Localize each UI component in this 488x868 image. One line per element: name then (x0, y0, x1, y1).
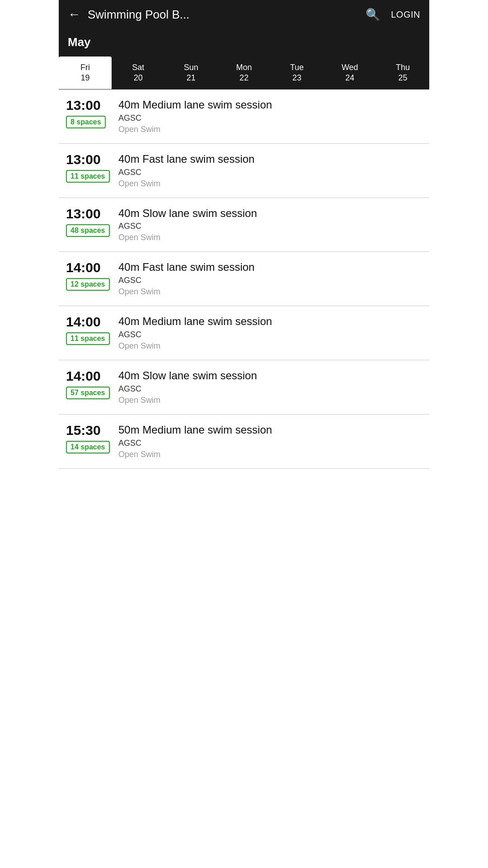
session-time-col: 14:0011 spaces (66, 315, 111, 345)
login-button[interactable]: LOGIN (391, 9, 420, 20)
session-venue: AGSC (118, 168, 422, 177)
session-time: 13:00 (66, 153, 101, 166)
calendar-day-tue[interactable]: Tue23 (271, 57, 324, 89)
session-name: 50m Medium lane swim session (118, 424, 422, 437)
session-venue: AGSC (118, 276, 422, 285)
session-info-col: 40m Fast lane swim sessionAGSCOpen Swim (118, 261, 422, 297)
session-item[interactable]: 14:0057 spaces40m Slow lane swim session… (59, 360, 429, 415)
session-item[interactable]: 14:0011 spaces40m Medium lane swim sessi… (59, 306, 429, 360)
session-time: 15:30 (66, 424, 101, 437)
calendar-day-thu[interactable]: Thu25 (376, 57, 429, 89)
day-name: Sun (184, 63, 198, 72)
app-header: ← Swimming Pool B... 🔍 LOGIN (59, 0, 429, 29)
session-name: 40m Slow lane swim session (118, 369, 422, 382)
session-item[interactable]: 15:3014 spaces50m Medium lane swim sessi… (59, 415, 429, 469)
spaces-badge: 12 spaces (66, 278, 110, 291)
calendar-day-mon[interactable]: Mon22 (217, 57, 270, 89)
sessions-list: 13:008 spaces40m Medium lane swim sessio… (59, 90, 429, 469)
day-number: 24 (345, 73, 354, 83)
session-time-col: 13:0048 spaces (66, 207, 111, 237)
spaces-badge: 14 spaces (66, 441, 110, 453)
spaces-badge: 11 spaces (66, 332, 110, 345)
search-icon[interactable]: 🔍 (366, 8, 380, 22)
session-time-col: 14:0012 spaces (66, 261, 111, 291)
day-number: 23 (292, 73, 301, 83)
day-number: 22 (239, 73, 249, 83)
session-venue: AGSC (118, 113, 422, 123)
session-info-col: 40m Medium lane swim sessionAGSCOpen Swi… (118, 99, 422, 134)
month-label: May (59, 29, 429, 57)
day-number: 19 (81, 73, 90, 83)
session-time: 14:00 (66, 261, 101, 274)
session-time: 14:00 (66, 315, 101, 329)
session-type: Open Swim (118, 341, 422, 351)
session-item[interactable]: 13:0048 spaces40m Slow lane swim session… (59, 198, 429, 252)
day-name: Thu (396, 63, 410, 72)
session-info-col: 40m Fast lane swim sessionAGSCOpen Swim (118, 153, 422, 189)
session-item[interactable]: 13:0011 spaces40m Fast lane swim session… (59, 144, 429, 198)
session-item[interactable]: 13:008 spaces40m Medium lane swim sessio… (59, 90, 429, 144)
session-time: 14:00 (66, 369, 101, 383)
page-title: Swimming Pool B... (88, 8, 358, 22)
calendar-day-fri[interactable]: Fri19 (59, 57, 112, 89)
calendar-strip: Fri19Sat20Sun21Mon22Tue23Wed24Thu25 (59, 57, 429, 90)
session-item[interactable]: 14:0012 spaces40m Fast lane swim session… (59, 252, 429, 306)
session-type: Open Swim (118, 125, 422, 134)
session-venue: AGSC (118, 222, 422, 231)
session-name: 40m Medium lane swim session (118, 99, 422, 112)
calendar-day-sat[interactable]: Sat20 (112, 57, 164, 89)
session-name: 40m Medium lane swim session (118, 315, 422, 328)
back-button[interactable]: ← (68, 7, 80, 22)
session-info-col: 50m Medium lane swim sessionAGSCOpen Swi… (118, 424, 422, 459)
day-number: 20 (134, 73, 143, 83)
session-time: 13:00 (66, 207, 101, 221)
session-type: Open Swim (118, 179, 422, 189)
session-time: 13:00 (66, 99, 101, 112)
day-name: Tue (290, 63, 304, 72)
session-info-col: 40m Slow lane swim sessionAGSCOpen Swim (118, 369, 422, 405)
spaces-badge: 11 spaces (66, 170, 110, 183)
day-name: Wed (342, 63, 358, 72)
session-venue: AGSC (118, 439, 422, 448)
session-venue: AGSC (118, 330, 422, 340)
spaces-badge: 48 spaces (66, 224, 110, 237)
session-name: 40m Fast lane swim session (118, 153, 422, 166)
calendar-day-sun[interactable]: Sun21 (164, 57, 217, 89)
session-time-col: 14:0057 spaces (66, 369, 111, 399)
session-time-col: 13:0011 spaces (66, 153, 111, 183)
day-name: Mon (236, 63, 252, 72)
session-name: 40m Fast lane swim session (118, 261, 422, 274)
session-type: Open Swim (118, 287, 422, 297)
session-venue: AGSC (118, 384, 422, 394)
day-number: 21 (187, 73, 196, 83)
session-type: Open Swim (118, 450, 422, 459)
calendar-day-wed[interactable]: Wed24 (324, 57, 376, 89)
session-type: Open Swim (118, 233, 422, 242)
session-name: 40m Slow lane swim session (118, 207, 422, 220)
session-info-col: 40m Slow lane swim sessionAGSCOpen Swim (118, 207, 422, 243)
session-info-col: 40m Medium lane swim sessionAGSCOpen Swi… (118, 315, 422, 351)
day-name: Fri (80, 63, 90, 72)
day-number: 25 (398, 73, 407, 83)
session-time-col: 13:008 spaces (66, 99, 111, 128)
session-type: Open Swim (118, 396, 422, 405)
session-time-col: 15:3014 spaces (66, 424, 111, 453)
day-name: Sat (132, 63, 144, 72)
spaces-badge: 8 spaces (66, 116, 106, 128)
spaces-badge: 57 spaces (66, 387, 110, 399)
